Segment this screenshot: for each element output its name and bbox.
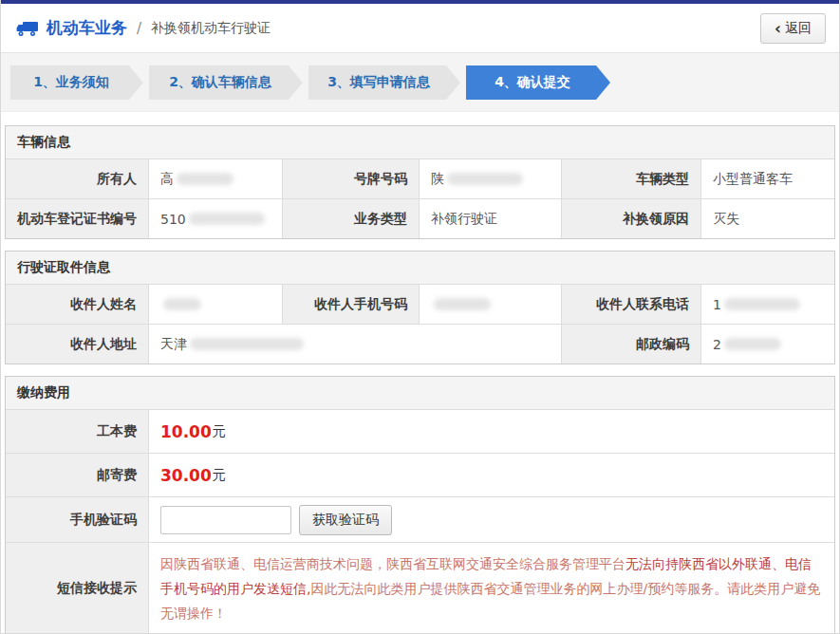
pickup-info-section: 行驶证取件信息 收件人姓名 收件人手机号码 收件人联系电话 1 收件人地址 天津… bbox=[5, 251, 835, 364]
page: 机动车业务 / 补换领机动车行驶证 ‹ 返回 1、业务须知 2、确认车辆信息 3… bbox=[0, 0, 840, 634]
business-type-value: 补领行驶证 bbox=[420, 198, 562, 238]
recipient-name-label: 收件人姓名 bbox=[6, 284, 149, 324]
fees-table: 工本费 10.00元 邮寄费 30.00元 手机验证码 获取验证码 短信接收提示… bbox=[6, 409, 834, 634]
fees-section: 缴纳费用 工本费 10.00元 邮寄费 30.00元 手机验证码 获取验证码 短… bbox=[5, 376, 835, 634]
vehicle-info-title: 车辆信息 bbox=[6, 126, 834, 158]
plate-number-value: 陕 bbox=[420, 158, 562, 198]
back-button[interactable]: ‹ 返回 bbox=[760, 13, 826, 44]
postal-code-label: 邮政编码 bbox=[562, 324, 701, 364]
back-button-label: 返回 bbox=[785, 20, 812, 37]
postage-fee-value: 30.00元 bbox=[149, 453, 834, 496]
recipient-mobile-label: 收件人手机号码 bbox=[283, 284, 420, 324]
sms-code-label: 手机验证码 bbox=[6, 496, 149, 542]
sms-code-row: 获取验证码 bbox=[149, 496, 834, 542]
breadcrumb-separator: / bbox=[137, 20, 141, 37]
get-sms-code-button[interactable]: 获取验证码 bbox=[299, 505, 392, 535]
recipient-phone-label: 收件人联系电话 bbox=[562, 284, 701, 324]
recipient-mobile-value bbox=[420, 284, 562, 324]
cost-fee-value: 10.00元 bbox=[149, 409, 834, 453]
redaction-blur bbox=[724, 338, 781, 350]
registration-cert-label: 机动车登记证书编号 bbox=[6, 198, 149, 238]
sms-notice-text: 因陕西省联通、电信运营商技术问题，陕西省互联网交通安全综合服务管理平台无法向持陕… bbox=[160, 543, 823, 634]
business-type-label: 业务类型 bbox=[283, 198, 420, 238]
redaction-blur bbox=[434, 298, 491, 310]
vehicle-type-value: 小型普通客车 bbox=[701, 158, 834, 198]
sms-notice-row: 因陕西省联通、电信运营商技术问题，陕西省互联网交通安全综合服务管理平台无法向持陕… bbox=[149, 542, 834, 634]
redaction-blur bbox=[189, 213, 265, 225]
step-tab-3-fill-application[interactable]: 3、填写申请信息 bbox=[308, 65, 460, 100]
redaction-blur bbox=[724, 298, 800, 310]
header: 机动车业务 / 补换领机动车行驶证 ‹ 返回 bbox=[1, 4, 839, 53]
vehicle-type-label: 车辆类型 bbox=[562, 158, 701, 198]
pickup-info-table: 收件人姓名 收件人手机号码 收件人联系电话 1 收件人地址 天津 邮政编码 2 bbox=[6, 284, 834, 364]
cost-fee-label: 工本费 bbox=[6, 409, 149, 453]
step-tab-2-confirm-vehicle[interactable]: 2、确认车辆信息 bbox=[149, 65, 303, 100]
recipient-name-value bbox=[149, 284, 283, 324]
back-chevron-icon: ‹ bbox=[775, 23, 781, 34]
main-content: 车辆信息 所有人 高 号牌号码 陕 车辆类型 小型普通客车 机动车登记证书编号 … bbox=[1, 112, 839, 634]
redaction-blur bbox=[163, 298, 201, 310]
postage-fee-label: 邮寄费 bbox=[6, 453, 149, 496]
replace-reason-value: 灭失 bbox=[701, 198, 834, 238]
redaction-blur bbox=[190, 338, 304, 350]
postal-code-value: 2 bbox=[701, 324, 834, 364]
redaction-blur bbox=[447, 173, 523, 185]
breadcrumb: 机动车业务 / 补换领机动车行驶证 bbox=[16, 17, 271, 39]
steps-bar: 1、业务须知 2、确认车辆信息 3、填写申请信息 4、确认提交 bbox=[1, 53, 839, 112]
fees-title: 缴纳费用 bbox=[6, 377, 834, 409]
truck-icon bbox=[16, 20, 39, 37]
owner-label: 所有人 bbox=[6, 158, 149, 198]
owner-value: 高 bbox=[149, 158, 283, 198]
registration-cert-value: 510 bbox=[149, 198, 283, 238]
recipient-phone-value: 1 bbox=[701, 284, 834, 324]
replace-reason-label: 补换领原因 bbox=[562, 198, 701, 238]
pickup-info-title: 行驶证取件信息 bbox=[6, 252, 834, 284]
step-tab-1-business-notice[interactable]: 1、业务须知 bbox=[10, 65, 143, 100]
sms-notice-label: 短信接收提示 bbox=[6, 542, 149, 634]
redaction-blur bbox=[177, 173, 233, 185]
vehicle-info-table: 所有人 高 号牌号码 陕 车辆类型 小型普通客车 机动车登记证书编号 510 业… bbox=[6, 158, 834, 238]
step-tab-4-confirm-submit[interactable]: 4、确认提交 bbox=[466, 65, 610, 100]
recipient-address-label: 收件人地址 bbox=[6, 324, 149, 364]
vehicle-info-section: 车辆信息 所有人 高 号牌号码 陕 车辆类型 小型普通客车 机动车登记证书编号 … bbox=[5, 125, 835, 239]
plate-number-label: 号牌号码 bbox=[283, 158, 420, 198]
sms-code-input[interactable] bbox=[160, 506, 291, 534]
app-title: 机动车业务 bbox=[47, 17, 127, 39]
page-title: 补换领机动车行驶证 bbox=[151, 20, 271, 37]
recipient-address-value: 天津 bbox=[149, 324, 562, 364]
